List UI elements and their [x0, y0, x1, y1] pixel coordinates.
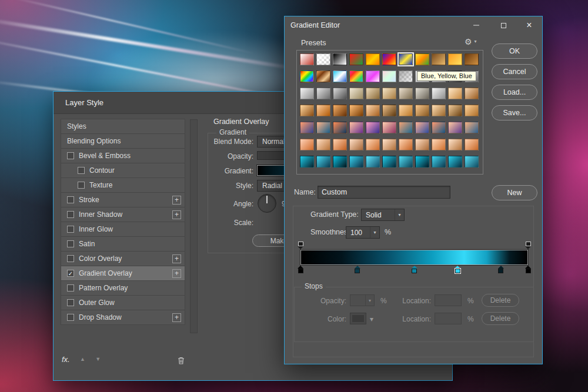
gradient-preset[interactable]	[465, 105, 479, 116]
opacity-stop[interactable]	[525, 242, 531, 249]
style-checkbox[interactable]	[67, 152, 74, 159]
gradient-preset[interactable]	[316, 122, 330, 133]
add-effect-button[interactable]: +	[172, 254, 181, 263]
load-button[interactable]: Load...	[492, 85, 537, 100]
gradient-preset[interactable]	[349, 139, 363, 150]
gradient-preset[interactable]	[300, 139, 314, 150]
gradient-preset[interactable]	[399, 71, 413, 82]
gradient-preset[interactable]	[432, 88, 446, 99]
gradient-preset[interactable]	[333, 156, 347, 167]
gradient-name-input[interactable]	[318, 186, 450, 199]
gradient-preview-bar[interactable]	[300, 250, 528, 265]
gradient-preset[interactable]	[399, 53, 413, 65]
delete-color-stop-button[interactable]: Delete	[482, 312, 519, 325]
gradient-preset[interactable]	[399, 88, 413, 99]
gradient-preset[interactable]	[382, 88, 396, 99]
style-checkbox[interactable]	[67, 255, 74, 262]
close-button[interactable]: ×	[517, 16, 541, 34]
gradient-preset[interactable]	[366, 71, 380, 82]
style-item-inner-glow[interactable]: Inner Glow	[61, 222, 185, 237]
add-effect-button[interactable]: +	[172, 313, 181, 322]
gradient-preset[interactable]	[399, 105, 413, 116]
gradient-preset[interactable]	[399, 139, 413, 150]
delete-opacity-stop-button[interactable]: Delete	[482, 294, 519, 307]
gradient-preset[interactable]	[366, 156, 380, 167]
gradient-preset[interactable]	[300, 88, 314, 99]
new-button[interactable]: New	[492, 185, 537, 200]
color-stop[interactable]	[498, 266, 504, 273]
gradient-preset[interactable]	[448, 122, 462, 133]
gradient-preset[interactable]	[399, 122, 413, 133]
ok-button[interactable]: OK	[492, 43, 537, 59]
gradient-preset[interactable]	[432, 139, 446, 150]
gradient-preset[interactable]	[300, 71, 314, 82]
gradient-preset[interactable]	[465, 156, 479, 167]
move-effect-up-icon[interactable]: ▲	[80, 356, 85, 362]
style-item-inner-shadow[interactable]: Inner Shadow+	[61, 207, 185, 222]
gradient-preset[interactable]	[366, 53, 380, 65]
gradient-preset[interactable]	[432, 105, 446, 116]
style-checkbox[interactable]	[67, 284, 74, 292]
gradient-preset[interactable]	[333, 105, 347, 116]
style-item-styles[interactable]: Styles	[61, 119, 185, 134]
style-checkbox[interactable]: ✓	[67, 270, 74, 277]
gradient-preset[interactable]	[382, 105, 396, 116]
style-checkbox[interactable]	[78, 167, 85, 174]
style-item-texture[interactable]: Texture	[61, 177, 185, 193]
gradient-preset[interactable]	[415, 156, 429, 167]
color-location-field[interactable]	[435, 313, 462, 324]
stop-color-swatch[interactable]	[350, 313, 366, 324]
gradient-preset[interactable]	[300, 53, 314, 65]
style-checkbox[interactable]	[78, 182, 85, 189]
color-stop[interactable]	[412, 266, 417, 273]
style-item-contour[interactable]: Contour	[61, 163, 185, 178]
fx-icon[interactable]: fx.	[62, 355, 70, 364]
stop-opacity-field[interactable]: ▾	[350, 294, 375, 306]
gradient-preset[interactable]	[465, 122, 479, 133]
style-item-blending-options[interactable]: Blending Options	[61, 133, 185, 149]
gradient-preset[interactable]	[316, 139, 330, 150]
gradient-preset[interactable]	[432, 156, 446, 167]
styles-scrollbar[interactable]	[190, 119, 198, 333]
add-effect-button[interactable]: +	[172, 196, 181, 205]
smoothness-select[interactable]: 100 ▾	[346, 226, 380, 239]
gradient-preset[interactable]	[316, 88, 330, 99]
gradient-preset[interactable]	[366, 139, 380, 150]
style-checkbox[interactable]	[67, 196, 74, 203]
color-stop[interactable]	[455, 266, 460, 273]
gradient-preset[interactable]	[300, 122, 314, 133]
gradient-preset[interactable]	[432, 122, 446, 133]
opacity-location-field[interactable]	[435, 294, 462, 306]
gradient-preset[interactable]	[333, 53, 347, 65]
gradient-preset[interactable]	[448, 139, 462, 150]
style-checkbox[interactable]	[67, 240, 74, 247]
gradient-preset[interactable]	[432, 53, 446, 65]
minimize-button[interactable]	[465, 16, 488, 34]
gradient-preset[interactable]	[382, 156, 396, 167]
color-stop[interactable]	[298, 266, 303, 273]
style-checkbox[interactable]	[67, 226, 74, 233]
gradient-preset[interactable]	[448, 156, 462, 167]
gradient-preset[interactable]	[349, 122, 363, 133]
gradient-preset[interactable]	[349, 71, 363, 82]
gradient-preset[interactable]	[382, 71, 396, 82]
save-button[interactable]: Save...	[492, 105, 537, 120]
gradient-preset[interactable]	[300, 105, 314, 116]
gradient-preset[interactable]	[465, 139, 479, 150]
style-item-pattern-overlay[interactable]: Pattern Overlay	[61, 280, 185, 296]
style-checkbox[interactable]	[67, 314, 74, 321]
gradient-preset[interactable]	[415, 88, 429, 99]
delete-effect-icon[interactable]	[177, 356, 185, 367]
gradient-preset[interactable]	[349, 53, 363, 65]
gradient-preset[interactable]	[300, 156, 314, 167]
style-item-outer-glow[interactable]: Outer Glow	[61, 295, 185, 310]
add-effect-button[interactable]: +	[172, 269, 181, 278]
gradient-preset[interactable]	[415, 122, 429, 133]
gradient-preset[interactable]	[415, 53, 429, 65]
style-item-bevel-emboss[interactable]: Bevel & Emboss	[61, 148, 185, 163]
style-item-gradient-overlay[interactable]: ✓Gradient Overlay+	[61, 266, 185, 281]
angle-dial[interactable]	[258, 194, 276, 213]
add-effect-button[interactable]: +	[172, 210, 181, 219]
gradient-preset[interactable]	[399, 156, 413, 167]
gradient-preset[interactable]	[333, 71, 347, 82]
